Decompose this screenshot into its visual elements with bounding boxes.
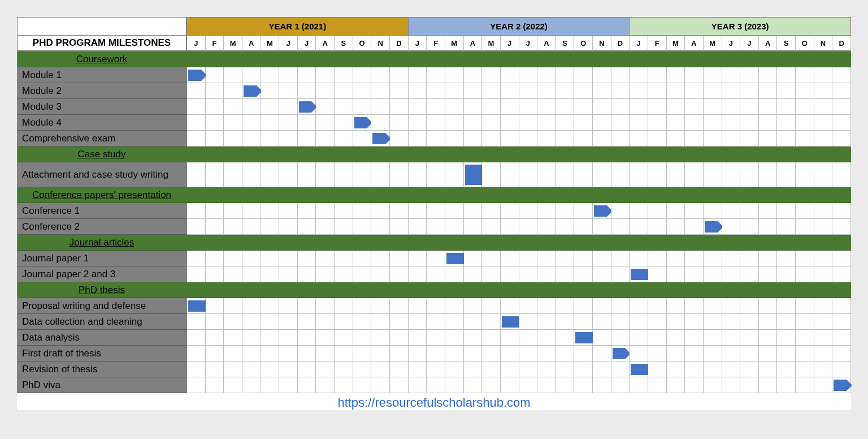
gantt-cell [740,330,759,346]
gantt-cell [298,298,316,314]
gantt-cell [648,162,667,187]
task-label: Module 2 [18,83,187,99]
gantt-cell [796,99,814,115]
month-header: J [279,36,298,51]
gantt-cell [390,131,409,147]
section-fill [427,187,445,203]
gantt-cell [593,67,611,83]
section-fill [316,282,335,298]
gantt-cell [722,203,741,219]
section-fill [353,147,372,162]
gantt-cell [335,346,353,361]
gantt-cell [316,377,335,393]
gantt-cell [630,251,648,266]
gantt-cell [685,298,704,314]
gantt-cell [409,377,427,393]
gantt-cell [409,314,427,330]
gantt-cell [667,314,685,330]
gantt-cell [464,330,483,346]
gantt-cell [445,330,464,346]
gantt-cell [519,131,538,147]
gantt-cell [371,131,390,147]
gantt-cell [574,346,593,361]
gantt-cell [279,298,298,314]
gantt-cell [353,99,372,115]
gantt-cell [519,266,538,282]
section-fill [261,51,280,67]
gantt-cell [722,115,741,131]
gantt-cell [722,162,741,187]
gantt-cell [187,99,206,115]
gantt-cell [740,219,759,235]
gantt-cell [242,162,261,187]
gantt-cell [445,219,464,235]
section-fill [832,235,851,251]
section-fill [648,51,667,67]
gantt-cell [832,203,851,219]
gantt-cell [298,330,316,346]
gantt-cell [335,266,353,282]
gantt-cell [574,266,593,282]
section-fill [224,187,242,203]
gantt-cell [261,219,280,235]
section-fill [501,51,519,67]
gantt-cell [298,162,316,187]
gantt-cell [224,115,242,131]
section-header: Coursework [18,51,187,67]
gantt-cell [593,314,611,330]
gantt-cell [722,361,741,377]
gantt-cell [445,203,464,219]
gantt-cell [685,219,704,235]
gantt-cell [740,203,759,219]
section-fill [814,282,833,298]
gantt-cell [445,377,464,393]
gantt-cell [316,203,335,219]
section-fill [777,282,796,298]
gantt-cell [427,99,445,115]
month-header: A [464,36,483,51]
month-header: F [206,36,224,51]
gantt-cell [242,330,261,346]
gantt-cell [593,162,611,187]
gantt-cell [390,298,409,314]
gantt-cell [537,314,556,330]
gantt-cell [242,266,261,282]
month-header: A [685,36,704,51]
section-fill [519,51,538,67]
gantt-cell [537,99,556,115]
gantt-cell [464,83,483,99]
gantt-cell [704,83,722,99]
gantt-cell [261,99,280,115]
gantt-cell [593,83,611,99]
footer-link[interactable]: https://resourcefulscholarshub.com [17,393,851,410]
gantt-cell [814,346,833,361]
section-fill [685,187,704,203]
gantt-cell [759,361,778,377]
month-header: D [390,36,409,51]
section-fill [519,235,538,251]
gantt-cell [353,377,372,393]
gantt-cell [574,251,593,266]
gantt-bar [594,205,607,217]
section-fill [796,187,814,203]
gantt-cell [556,131,575,147]
section-fill [445,235,464,251]
gantt-cell [832,83,851,99]
section-fill [261,187,280,203]
gantt-cell [574,99,593,115]
gantt-cell [279,361,298,377]
section-fill [740,235,759,251]
section-fill [667,187,685,203]
gantt-cell [667,83,685,99]
gantt-cell [353,131,372,147]
section-fill [667,51,685,67]
section-fill [427,235,445,251]
gantt-cell [390,266,409,282]
month-header: O [353,36,372,51]
section-fill [482,187,501,203]
gantt-cell [537,361,556,377]
gantt-cell [777,298,796,314]
gantt-cell [704,266,722,282]
section-fill [759,282,778,298]
month-header: O [574,36,593,51]
